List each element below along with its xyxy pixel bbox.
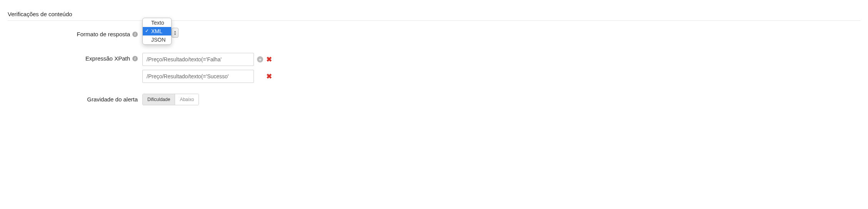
severity-option-abaixo[interactable]: Abaixo — [175, 94, 199, 105]
severity-option-dificuldade[interactable]: Dificuldade — [143, 94, 175, 105]
severity-toggle: Dificuldade Abaixo — [142, 94, 199, 105]
xpath-input[interactable] — [142, 70, 254, 83]
select-stepper-icon[interactable]: ▲▼ — [172, 28, 179, 38]
row-severity: Gravidade do alerta Dificuldade Abaixo — [8, 94, 860, 105]
dropdown-option-json[interactable]: JSON — [143, 35, 171, 44]
dropdown-option-texto[interactable]: Texto — [143, 19, 171, 27]
row-response-format: Formato de resposta i ▲▼ Texto XML JSON — [8, 29, 860, 37]
label-text: Expressão XPath — [85, 55, 130, 62]
info-icon[interactable]: i — [132, 32, 138, 37]
info-icon[interactable]: i — [132, 56, 138, 61]
label-severity: Gravidade do alerta — [8, 94, 142, 103]
dropdown-list: Texto XML JSON — [142, 18, 172, 45]
dropdown-option-xml[interactable]: XML — [143, 27, 171, 35]
xpath-row-1: ✖ — [142, 70, 272, 83]
add-icon[interactable]: + — [257, 56, 263, 62]
label-text: Gravidade do alerta — [87, 96, 138, 103]
label-response-format: Formato de resposta i — [8, 29, 142, 37]
label-text: Formato de resposta — [77, 31, 130, 37]
label-xpath: Expressão XPath i — [8, 53, 142, 62]
xpath-row-0: + ✖ — [142, 53, 272, 66]
row-xpath: Expressão XPath i + ✖ ✖ — [8, 53, 860, 83]
xpath-input[interactable] — [142, 53, 254, 66]
section-title: Verificações de conteúdo — [8, 8, 860, 21]
remove-icon[interactable]: ✖ — [266, 73, 272, 80]
remove-icon[interactable]: ✖ — [266, 56, 272, 63]
